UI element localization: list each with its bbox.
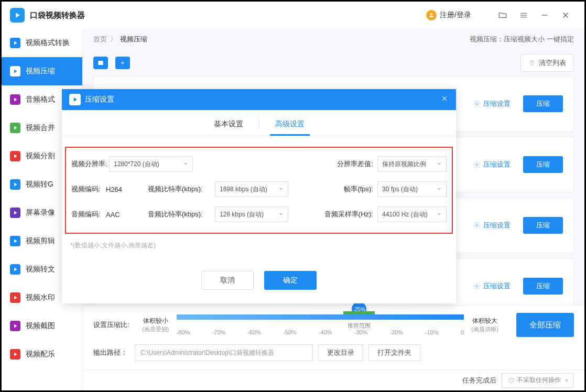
gear-icon xyxy=(473,100,481,108)
compress-settings-modal: 压缩设置 基本设置 高级设置 视频分辨率: 1280*720 (自动) 分辨率差… xyxy=(62,89,456,303)
svg-point-4 xyxy=(476,224,478,226)
status-label: 任务完成后 xyxy=(462,376,496,385)
sidebar-icon xyxy=(10,94,20,105)
tab-advanced[interactable]: 高级设置 xyxy=(270,119,310,136)
block-icon xyxy=(507,377,515,384)
toolbar: 清空列表 xyxy=(83,50,584,76)
row-compress-button[interactable]: 压缩 xyxy=(523,278,563,295)
row-settings-link[interactable]: 压缩设置 xyxy=(473,160,511,169)
acodec-label: 音频编码: xyxy=(71,210,106,219)
output-path-label: 输出路径： xyxy=(93,348,127,357)
gear-icon xyxy=(473,282,481,290)
svg-point-5 xyxy=(476,285,478,287)
sidebar-item-11[interactable]: 视频配乐 xyxy=(2,340,82,368)
sidebar-icon xyxy=(10,179,20,190)
sidebar-icon xyxy=(10,292,20,303)
row-compress-button[interactable]: 压缩 xyxy=(523,95,563,112)
modal-header: 压缩设置 xyxy=(62,89,456,110)
sidebar-icon xyxy=(10,151,20,161)
vbitrate-select[interactable]: 1698 kbps (自动) xyxy=(215,181,288,197)
gear-icon xyxy=(473,160,481,169)
menu-button[interactable] xyxy=(513,5,534,26)
output-path-field[interactable]: C:\Users\Administrator\Desktop\口袋视频转换器 xyxy=(135,344,313,361)
ratio-label: 分辨率差值: xyxy=(337,159,373,169)
row-settings-link[interactable]: 压缩设置 xyxy=(473,281,511,291)
clear-list-button[interactable]: 清空列表 xyxy=(520,54,574,72)
breadcrumb-current: 视频压缩 xyxy=(120,35,147,44)
folder-button[interactable] xyxy=(492,5,513,26)
sidebar-item-0[interactable]: 视频格式转换 xyxy=(2,29,82,57)
modal-tabs: 基本设置 高级设置 xyxy=(62,110,456,136)
asample-select[interactable]: 44100 Hz (自动) xyxy=(377,206,447,222)
vcodec-label: 视频编码: xyxy=(71,184,106,194)
vbitrate-label: 视频比特率(kbps): xyxy=(148,184,215,194)
user-avatar-icon xyxy=(426,10,437,20)
breadcrumb-sep-icon: 〉 xyxy=(110,35,117,44)
breadcrumb-desc: 视频压缩：压缩视频大小 一键搞定 xyxy=(470,35,574,44)
ok-button[interactable]: 确定 xyxy=(264,271,317,290)
fps-select[interactable]: 30 fps (自动) xyxy=(377,181,447,197)
modal-close-button[interactable] xyxy=(440,94,449,105)
compress-all-button[interactable]: 全部压缩 xyxy=(516,313,574,337)
statusbar: 任务完成后 不采取任何操作 ▾ xyxy=(83,369,584,390)
abitrate-select[interactable]: 128 kbps (自动) xyxy=(215,206,288,222)
trash-icon xyxy=(528,59,536,67)
svg-point-2 xyxy=(476,103,478,105)
change-dir-button[interactable]: 更改目录 xyxy=(318,344,363,361)
row-compress-button[interactable]: 压缩 xyxy=(523,156,563,173)
app-logo xyxy=(10,8,25,23)
ratio-select[interactable]: 保持原视频比例 xyxy=(377,156,447,172)
sidebar-icon xyxy=(10,349,20,360)
add-folder-button[interactable] xyxy=(115,57,130,69)
slider-left-label: 体积较小 (画质受损) xyxy=(140,317,171,333)
titlebar: 口袋视频转换器 注册/登录 xyxy=(2,2,584,29)
sidebar-icon xyxy=(10,123,20,133)
modal-logo-icon xyxy=(69,94,81,105)
acodec-value: AAC xyxy=(106,211,148,219)
user-login-area[interactable]: 注册/登录 xyxy=(426,10,471,20)
user-login-text: 注册/登录 xyxy=(440,10,471,20)
sidebar-icon xyxy=(10,321,20,331)
open-folder-button[interactable]: 打开文件夹 xyxy=(368,344,420,361)
settings-box: 视频分辨率: 1280*720 (自动) 分辨率差值: 保持原视频比例 视频编码… xyxy=(65,147,453,234)
sidebar-icon xyxy=(10,236,20,246)
settings-hint: *(数值越小,文件越小,画质越差) xyxy=(62,234,456,250)
after-task-select[interactable]: 不采取任何操作 ▾ xyxy=(502,373,574,388)
add-file-button[interactable] xyxy=(93,57,108,69)
app-title: 口袋视频转换器 xyxy=(30,10,85,20)
svg-rect-1 xyxy=(98,61,103,65)
close-button[interactable] xyxy=(555,5,576,26)
sidebar-item-10[interactable]: 视频截图 xyxy=(2,312,82,340)
breadcrumb: 首页 〉 视频压缩 视频压缩：压缩视频大小 一键搞定 xyxy=(83,29,584,50)
fps-label: 帧率(fps): xyxy=(344,184,373,194)
slider-label: 设置压缩比: xyxy=(93,320,129,330)
row-settings-link[interactable]: 压缩设置 xyxy=(473,99,511,108)
slider-right-label: 体积较大 (画质清晰) xyxy=(469,317,501,333)
compression-slider[interactable]: -25% 推荐范围 -80%-70%-60%-50%-40%-30%-20%-1… xyxy=(177,314,464,335)
resolution-select[interactable]: 1280*720 (自动) xyxy=(109,156,193,172)
breadcrumb-home[interactable]: 首页 xyxy=(93,35,107,44)
gear-icon xyxy=(473,221,481,230)
abitrate-label: 音频比特率(kbps): xyxy=(148,210,215,219)
asample-label: 音频采样率(Hz): xyxy=(324,210,373,219)
sidebar-icon xyxy=(10,66,20,77)
sidebar-icon xyxy=(10,208,20,218)
resolution-label: 视频分辨率: xyxy=(71,159,109,169)
modal-title: 压缩设置 xyxy=(85,95,114,104)
cancel-button[interactable]: 取消 xyxy=(201,271,254,290)
row-settings-link[interactable]: 压缩设置 xyxy=(473,221,511,230)
tab-basic[interactable]: 基本设置 xyxy=(209,119,248,136)
vcodec-value: H264 xyxy=(106,186,148,193)
bottom-panel: 设置压缩比: 体积较小 (画质受损) -25% 推荐范围 -80%-70%-60… xyxy=(83,305,584,390)
sidebar-item-1[interactable]: 视频压缩 xyxy=(2,57,82,85)
sidebar-icon xyxy=(10,38,20,48)
svg-point-3 xyxy=(476,164,478,166)
minimize-button[interactable] xyxy=(534,5,555,26)
sidebar-icon xyxy=(10,264,20,275)
svg-point-0 xyxy=(430,13,432,15)
row-compress-button[interactable]: 压缩 xyxy=(523,217,563,234)
